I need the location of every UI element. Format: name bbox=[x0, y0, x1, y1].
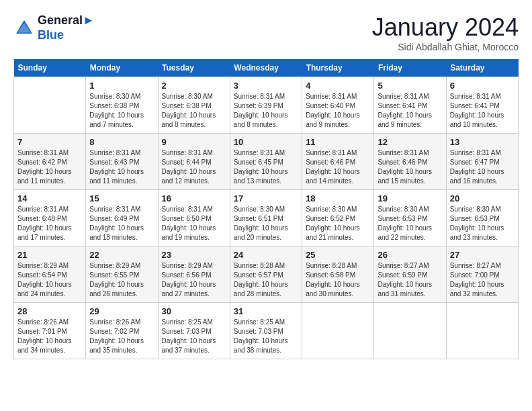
header-sunday: Sunday bbox=[14, 59, 86, 77]
day-number: 18 bbox=[306, 193, 370, 203]
day-info: Sunrise: 8:31 AMSunset: 6:41 PMDaylight:… bbox=[450, 92, 515, 130]
day-info: Sunrise: 8:27 AMSunset: 7:00 PMDaylight:… bbox=[450, 261, 515, 299]
day-number: 19 bbox=[378, 193, 442, 203]
calendar-cell: 2Sunrise: 8:30 AMSunset: 6:38 PMDaylight… bbox=[158, 77, 230, 134]
calendar-cell: 6Sunrise: 8:31 AMSunset: 6:41 PMDaylight… bbox=[446, 77, 518, 134]
day-info: Sunrise: 8:28 AMSunset: 6:58 PMDaylight:… bbox=[306, 261, 370, 299]
day-info: Sunrise: 8:31 AMSunset: 6:45 PMDaylight:… bbox=[234, 148, 298, 186]
calendar-cell: 24Sunrise: 8:28 AMSunset: 6:57 PMDayligh… bbox=[230, 246, 302, 303]
day-number: 21 bbox=[17, 250, 82, 260]
logo-text: General► Blue bbox=[38, 13, 95, 42]
header-thursday: Thursday bbox=[302, 59, 374, 77]
header-tuesday: Tuesday bbox=[158, 59, 230, 77]
calendar-cell: 13Sunrise: 8:31 AMSunset: 6:47 PMDayligh… bbox=[446, 134, 518, 190]
calendar-cell bbox=[302, 303, 374, 359]
calendar-cell: 23Sunrise: 8:29 AMSunset: 6:56 PMDayligh… bbox=[158, 246, 230, 303]
day-info: Sunrise: 8:30 AMSunset: 6:53 PMDaylight:… bbox=[378, 205, 442, 242]
calendar-cell: 31Sunrise: 8:25 AMSunset: 7:03 PMDayligh… bbox=[230, 303, 302, 359]
day-number: 15 bbox=[89, 193, 154, 203]
calendar-cell: 11Sunrise: 8:31 AMSunset: 6:46 PMDayligh… bbox=[302, 134, 374, 190]
calendar-table: SundayMondayTuesdayWednesdayThursdayFrid… bbox=[13, 59, 519, 359]
day-info: Sunrise: 8:31 AMSunset: 6:42 PMDaylight:… bbox=[17, 148, 82, 186]
day-number: 28 bbox=[17, 306, 82, 316]
calendar-cell: 15Sunrise: 8:31 AMSunset: 6:49 PMDayligh… bbox=[86, 190, 158, 246]
calendar-cell: 17Sunrise: 8:30 AMSunset: 6:51 PMDayligh… bbox=[230, 190, 302, 246]
day-info: Sunrise: 8:26 AMSunset: 7:02 PMDaylight:… bbox=[89, 318, 154, 355]
calendar-header-row: SundayMondayTuesdayWednesdayThursdayFrid… bbox=[14, 59, 519, 77]
day-info: Sunrise: 8:29 AMSunset: 6:55 PMDaylight:… bbox=[89, 261, 154, 299]
day-number: 14 bbox=[17, 193, 82, 203]
calendar-cell: 30Sunrise: 8:25 AMSunset: 7:03 PMDayligh… bbox=[158, 303, 230, 359]
calendar-cell: 29Sunrise: 8:26 AMSunset: 7:02 PMDayligh… bbox=[86, 303, 158, 359]
calendar-cell: 8Sunrise: 8:31 AMSunset: 6:43 PMDaylight… bbox=[86, 134, 158, 190]
calendar-cell: 27Sunrise: 8:27 AMSunset: 7:00 PMDayligh… bbox=[446, 246, 518, 303]
day-info: Sunrise: 8:28 AMSunset: 6:57 PMDaylight:… bbox=[234, 261, 298, 299]
calendar-week-row: 1Sunrise: 8:30 AMSunset: 6:38 PMDaylight… bbox=[14, 77, 519, 134]
day-number: 22 bbox=[89, 250, 154, 260]
calendar-cell: 14Sunrise: 8:31 AMSunset: 6:48 PMDayligh… bbox=[14, 190, 86, 246]
day-info: Sunrise: 8:31 AMSunset: 6:44 PMDaylight:… bbox=[162, 148, 226, 186]
day-number: 31 bbox=[234, 306, 298, 316]
calendar-week-row: 7Sunrise: 8:31 AMSunset: 6:42 PMDaylight… bbox=[14, 134, 519, 190]
day-number: 13 bbox=[450, 137, 515, 147]
month-title: January 2024 bbox=[372, 13, 519, 42]
logo-icon bbox=[13, 17, 35, 39]
header-wednesday: Wednesday bbox=[230, 59, 302, 77]
day-info: Sunrise: 8:30 AMSunset: 6:51 PMDaylight:… bbox=[234, 205, 298, 242]
calendar-cell: 5Sunrise: 8:31 AMSunset: 6:41 PMDaylight… bbox=[374, 77, 446, 134]
calendar-week-row: 28Sunrise: 8:26 AMSunset: 7:01 PMDayligh… bbox=[14, 303, 519, 359]
day-number: 5 bbox=[378, 81, 442, 91]
day-number: 12 bbox=[378, 137, 442, 147]
calendar-week-row: 21Sunrise: 8:29 AMSunset: 6:54 PMDayligh… bbox=[14, 246, 519, 303]
day-number: 26 bbox=[378, 250, 442, 260]
calendar-cell: 7Sunrise: 8:31 AMSunset: 6:42 PMDaylight… bbox=[14, 134, 86, 190]
day-number: 1 bbox=[89, 81, 154, 91]
day-number: 9 bbox=[162, 137, 226, 147]
day-info: Sunrise: 8:27 AMSunset: 6:59 PMDaylight:… bbox=[378, 261, 442, 299]
calendar-cell: 3Sunrise: 8:31 AMSunset: 6:39 PMDaylight… bbox=[230, 77, 302, 134]
day-number: 6 bbox=[450, 81, 515, 91]
day-info: Sunrise: 8:30 AMSunset: 6:38 PMDaylight:… bbox=[162, 92, 226, 130]
day-info: Sunrise: 8:31 AMSunset: 6:46 PMDaylight:… bbox=[378, 148, 442, 186]
day-number: 17 bbox=[234, 193, 298, 203]
calendar-cell bbox=[14, 77, 86, 134]
logo: General► Blue bbox=[13, 13, 95, 42]
header-friday: Friday bbox=[374, 59, 446, 77]
day-info: Sunrise: 8:31 AMSunset: 6:50 PMDaylight:… bbox=[162, 205, 226, 242]
day-info: Sunrise: 8:30 AMSunset: 6:53 PMDaylight:… bbox=[450, 205, 515, 242]
calendar-cell: 10Sunrise: 8:31 AMSunset: 6:45 PMDayligh… bbox=[230, 134, 302, 190]
day-number: 16 bbox=[162, 193, 226, 203]
day-number: 27 bbox=[450, 250, 515, 260]
header-monday: Monday bbox=[86, 59, 158, 77]
day-info: Sunrise: 8:31 AMSunset: 6:40 PMDaylight:… bbox=[306, 92, 370, 130]
location-subtitle: Sidi Abdallah Ghiat, Morocco bbox=[372, 42, 519, 52]
day-info: Sunrise: 8:29 AMSunset: 6:54 PMDaylight:… bbox=[17, 261, 82, 299]
day-info: Sunrise: 8:29 AMSunset: 6:56 PMDaylight:… bbox=[162, 261, 226, 299]
day-number: 8 bbox=[89, 137, 154, 147]
day-info: Sunrise: 8:31 AMSunset: 6:49 PMDaylight:… bbox=[89, 205, 154, 242]
calendar-week-row: 14Sunrise: 8:31 AMSunset: 6:48 PMDayligh… bbox=[14, 190, 519, 246]
day-number: 30 bbox=[162, 306, 226, 316]
calendar-cell: 20Sunrise: 8:30 AMSunset: 6:53 PMDayligh… bbox=[446, 190, 518, 246]
calendar-cell: 12Sunrise: 8:31 AMSunset: 6:46 PMDayligh… bbox=[374, 134, 446, 190]
day-number: 20 bbox=[450, 193, 515, 203]
day-info: Sunrise: 8:31 AMSunset: 6:48 PMDaylight:… bbox=[17, 205, 82, 242]
day-info: Sunrise: 8:31 AMSunset: 6:43 PMDaylight:… bbox=[89, 148, 154, 186]
calendar-cell: 1Sunrise: 8:30 AMSunset: 6:38 PMDaylight… bbox=[86, 77, 158, 134]
calendar-cell bbox=[446, 303, 518, 359]
calendar-cell: 22Sunrise: 8:29 AMSunset: 6:55 PMDayligh… bbox=[86, 246, 158, 303]
calendar-cell: 16Sunrise: 8:31 AMSunset: 6:50 PMDayligh… bbox=[158, 190, 230, 246]
calendar-cell: 4Sunrise: 8:31 AMSunset: 6:40 PMDaylight… bbox=[302, 77, 374, 134]
calendar-cell: 9Sunrise: 8:31 AMSunset: 6:44 PMDaylight… bbox=[158, 134, 230, 190]
day-number: 10 bbox=[234, 137, 298, 147]
title-block: January 2024 Sidi Abdallah Ghiat, Morocc… bbox=[372, 13, 519, 52]
day-info: Sunrise: 8:31 AMSunset: 6:41 PMDaylight:… bbox=[378, 92, 442, 130]
day-number: 3 bbox=[234, 81, 298, 91]
day-number: 11 bbox=[306, 137, 370, 147]
day-number: 25 bbox=[306, 250, 370, 260]
day-number: 29 bbox=[89, 306, 154, 316]
day-number: 4 bbox=[306, 81, 370, 91]
header-saturday: Saturday bbox=[446, 59, 518, 77]
calendar-cell bbox=[374, 303, 446, 359]
calendar-cell: 26Sunrise: 8:27 AMSunset: 6:59 PMDayligh… bbox=[374, 246, 446, 303]
